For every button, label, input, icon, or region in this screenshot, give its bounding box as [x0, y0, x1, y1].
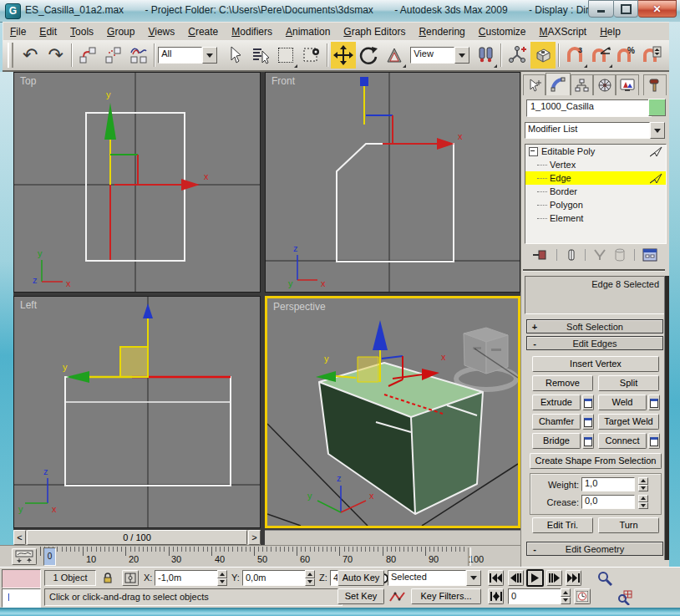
menu-edit[interactable]: Edit: [33, 23, 63, 40]
tab-hierarchy[interactable]: [571, 74, 593, 95]
top-viewport-canvas[interactable]: y x y z x: [14, 73, 260, 292]
extrude-settings-button[interactable]: [582, 395, 594, 410]
zoom-all-button[interactable]: [615, 588, 635, 607]
viewport-front[interactable]: Front x z y x: [265, 72, 520, 293]
bind-to-space-warp-button[interactable]: [126, 42, 152, 69]
zoom-button[interactable]: [595, 568, 615, 588]
object-color-swatch[interactable]: [648, 99, 666, 116]
create-shape-from-selection-button[interactable]: Create Shape From Selection: [530, 453, 662, 469]
go-to-end-button[interactable]: [566, 570, 581, 586]
expand-collapse-icon[interactable]: [529, 147, 538, 156]
absolute-offset-mode-toggle[interactable]: [122, 570, 139, 586]
rollout-soft-selection[interactable]: + Soft Selection: [526, 319, 663, 333]
transform-gizmo[interactable]: y x: [104, 89, 209, 260]
menu-help[interactable]: Help: [593, 23, 627, 40]
key-mode-dropdown-arrow[interactable]: [466, 570, 481, 586]
coordinate-system-dropdown-arrow[interactable]: [454, 47, 469, 64]
weld-settings-button[interactable]: [648, 395, 660, 410]
window-crossing-toggle-button[interactable]: [298, 42, 324, 69]
extrude-button[interactable]: Extrude: [532, 395, 581, 410]
play-animation-button[interactable]: [526, 569, 544, 587]
viewport-front-label[interactable]: Front: [271, 75, 295, 87]
selection-filter-dropdown-arrow[interactable]: [202, 47, 217, 64]
time-configuration-button[interactable]: [574, 588, 591, 604]
bridge-settings-button[interactable]: [582, 433, 594, 449]
previous-frame-button[interactable]: [508, 570, 524, 586]
show-end-result-icon[interactable]: [566, 248, 577, 262]
menu-customize[interactable]: Customize: [472, 23, 533, 40]
selection-lock-toggle[interactable]: [100, 570, 115, 586]
angle-snap-toggle-button[interactable]: [588, 42, 614, 69]
minimize-button[interactable]: [588, 0, 614, 18]
viewport-left[interactable]: Left y z y x: [13, 296, 261, 528]
maximize-button[interactable]: [614, 0, 638, 18]
transform-gizmo[interactable]: x: [360, 77, 463, 150]
crease-field[interactable]: 0,0: [581, 495, 635, 509]
perspective-viewport-canvas[interactable]: y x z x y: [267, 298, 518, 526]
front-viewport-canvas[interactable]: x z y x: [266, 73, 520, 292]
redo-button[interactable]: ↷: [43, 42, 69, 69]
split-button[interactable]: Split: [598, 375, 659, 391]
percent-snap-toggle-button[interactable]: %: [613, 42, 639, 69]
weld-button[interactable]: Weld: [598, 395, 647, 410]
transform-gizmo[interactable]: y x: [316, 320, 446, 386]
open-mini-curve-editor-button[interactable]: [12, 548, 37, 565]
track-ruler[interactable]: 10 20 30 40 50 60 70 80 90 100: [40, 547, 468, 567]
frame-marker[interactable]: 0: [43, 547, 56, 566]
current-frame-field[interactable]: 0: [508, 588, 563, 604]
time-slider-next-button[interactable]: >: [248, 530, 261, 545]
stack-item-border[interactable]: Border: [525, 185, 666, 198]
insert-vertex-button[interactable]: Insert Vertex: [532, 356, 659, 372]
bridge-button[interactable]: Bridge: [532, 433, 581, 449]
x-coord-spinner[interactable]: [217, 570, 227, 586]
menu-maxscript[interactable]: MAXScript: [533, 23, 594, 40]
rollout-edit-edges[interactable]: - Edit Edges: [526, 336, 663, 350]
stack-item-edge[interactable]: Edge: [525, 171, 666, 185]
connect-button[interactable]: Connect: [598, 433, 647, 449]
tab-modify[interactable]: [546, 73, 570, 95]
close-button[interactable]: ✕: [638, 0, 677, 18]
select-and-manipulate-button[interactable]: [505, 42, 530, 69]
tab-display[interactable]: [616, 74, 638, 95]
turn-button[interactable]: Turn: [598, 517, 659, 533]
select-by-name-button[interactable]: [247, 42, 273, 69]
x-coord-field[interactable]: -1,0m: [155, 570, 220, 586]
snaps-toggle-button[interactable]: 3: [562, 42, 588, 69]
weight-field[interactable]: 1,0: [581, 477, 635, 491]
target-weld-button[interactable]: Target Weld: [598, 414, 659, 430]
chamfer-settings-button[interactable]: [582, 414, 594, 430]
go-to-start-button[interactable]: [488, 570, 504, 586]
modifier-list-combo[interactable]: Modifier List: [525, 122, 665, 139]
set-key-filters-icon-button[interactable]: [388, 588, 408, 604]
menu-modifiers[interactable]: Modifiers: [225, 23, 279, 40]
title-bar[interactable]: G ES_Casilla_01a2.max - Project Folder: …: [0, 0, 680, 23]
configure-modifier-sets-icon[interactable]: [642, 248, 657, 262]
undo-button[interactable]: ↶: [18, 42, 43, 69]
rollout-edit-geometry[interactable]: - Edit Geometry: [526, 542, 663, 556]
maxscript-listener-macro-line[interactable]: [2, 569, 41, 588]
select-and-scale-button[interactable]: [382, 42, 408, 69]
set-key-button[interactable]: Set Key: [337, 588, 384, 604]
y-coord-spinner[interactable]: [305, 570, 315, 586]
tab-motion[interactable]: [593, 74, 616, 95]
viewport-left-label[interactable]: Left: [20, 299, 37, 311]
auto-key-button[interactable]: Auto Key: [337, 570, 384, 586]
viewport-perspective[interactable]: Perspective: [265, 296, 520, 528]
menu-file[interactable]: File: [3, 23, 33, 40]
y-coord-field[interactable]: 0,0m: [242, 570, 307, 586]
menu-tools[interactable]: Tools: [63, 23, 100, 40]
menu-group[interactable]: Group: [100, 23, 141, 40]
selection-filter-combo[interactable]: All: [158, 47, 217, 64]
transform-gizmo[interactable]: y: [63, 303, 153, 383]
key-filters-button[interactable]: Key Filters...: [411, 588, 481, 604]
stack-item-editable-poly[interactable]: Editable Poly: [525, 145, 666, 158]
modifier-list-dropdown-arrow[interactable]: [650, 122, 665, 139]
reference-coordinate-system-combo[interactable]: View: [410, 47, 469, 64]
edit-tri-button[interactable]: Edit Tri.: [532, 517, 593, 533]
remove-button[interactable]: Remove: [532, 375, 593, 391]
remove-modifier-icon[interactable]: [614, 248, 626, 262]
chamfer-button[interactable]: Chamfer: [532, 414, 581, 430]
select-and-link-button[interactable]: [75, 42, 101, 69]
time-slider-handle[interactable]: 0 / 100: [27, 530, 247, 545]
tab-create[interactable]: [523, 74, 546, 95]
